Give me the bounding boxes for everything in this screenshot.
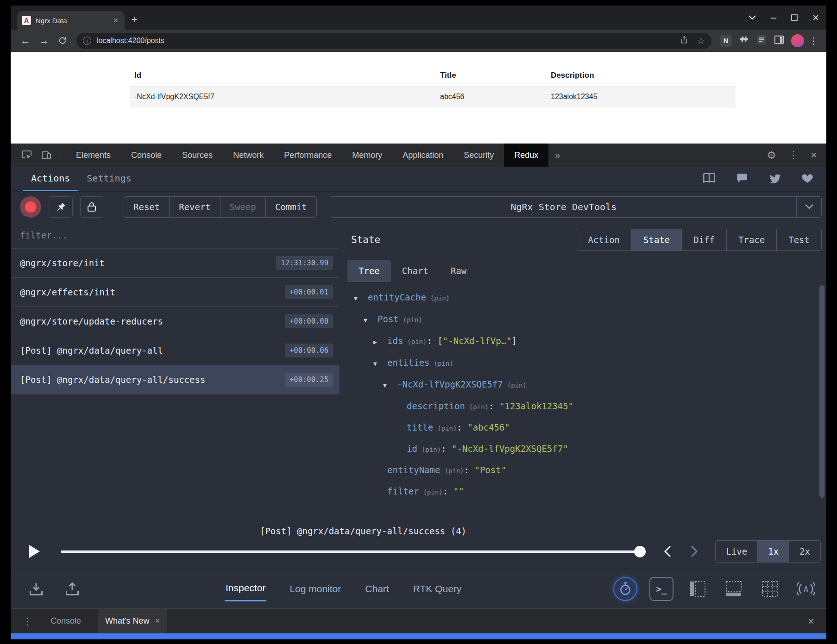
- tree-node[interactable]: entityName(pin): "Post": [347, 460, 815, 481]
- devtools-tab-application[interactable]: Application: [392, 144, 453, 167]
- view-tab-tree[interactable]: Tree: [347, 260, 391, 282]
- feedback-bubble-icon[interactable]: [736, 173, 748, 186]
- redux-nav-tab-actions[interactable]: Actions: [23, 167, 78, 191]
- profile-avatar[interactable]: [791, 34, 804, 47]
- pin-button[interactable]: [50, 196, 73, 218]
- devtools-tab-redux[interactable]: Redux: [504, 144, 548, 167]
- speed-button-live[interactable]: Live: [715, 540, 758, 563]
- url-text[interactable]: localhost:4200/posts: [97, 37, 164, 45]
- devtools-tab-network[interactable]: Network: [223, 144, 274, 167]
- record-button[interactable]: [20, 196, 41, 218]
- table-row[interactable]: -NcXd-lfVpgK2XSQE5f7abc456123alok12345: [130, 86, 736, 107]
- tree-node[interactable]: description(pin): "123alok12345": [347, 396, 815, 417]
- devtools-tab-sources[interactable]: Sources: [172, 144, 223, 167]
- script-extension-icon[interactable]: [756, 34, 767, 47]
- mode-tab-action[interactable]: Action: [576, 229, 632, 251]
- inspect-element-icon[interactable]: [17, 145, 37, 165]
- action-list-item[interactable]: @ngrx/store/update-reducers+00:00.00: [11, 307, 340, 336]
- devtools-tab-performance[interactable]: Performance: [274, 144, 342, 167]
- side-panel-icon[interactable]: [774, 35, 784, 47]
- mode-tab-state[interactable]: State: [631, 229, 682, 251]
- step-back-button[interactable]: [661, 545, 674, 557]
- action-list-item[interactable]: [Post] @ngrx/data/query-all+00:00.06: [11, 336, 340, 365]
- reload-button[interactable]: [53, 31, 72, 50]
- drawer-tab-close-icon[interactable]: ×: [155, 616, 160, 626]
- action-filter-input[interactable]: [11, 222, 340, 249]
- layout-dock-button[interactable]: [722, 577, 746, 601]
- close-window-button[interactable]: ×: [812, 11, 819, 24]
- tab-search-icon[interactable]: [749, 15, 756, 20]
- layout-grid-button[interactable]: [758, 577, 782, 601]
- step-forward-button[interactable]: [687, 545, 701, 557]
- tree-scrollbar-thumb[interactable]: [819, 285, 824, 498]
- device-toolbar-icon[interactable]: [37, 145, 56, 165]
- speed-button-1x[interactable]: 1x: [757, 540, 789, 563]
- bookmark-star-icon[interactable]: ☆: [697, 35, 705, 46]
- dispatcher-terminal-button[interactable]: >_: [649, 577, 673, 601]
- drawer-close-icon[interactable]: ×: [808, 615, 826, 628]
- export-button[interactable]: [60, 577, 85, 600]
- tree-node[interactable]: filter(pin): "": [347, 481, 815, 502]
- mode-tab-test[interactable]: Test: [776, 229, 822, 251]
- ngrx-extension-icon[interactable]: N: [720, 35, 732, 47]
- browser-tab[interactable]: A Ngrx Data ×: [17, 11, 125, 30]
- devtools-tab-memory[interactable]: Memory: [342, 144, 392, 167]
- tree-node[interactable]: title(pin): "abc456": [347, 417, 815, 438]
- import-button[interactable]: [24, 577, 49, 600]
- monitor-tab-chart[interactable]: Chart: [364, 577, 390, 601]
- tab-close-icon[interactable]: ×: [111, 16, 120, 25]
- drawer-menu-kebab-icon[interactable]: ⋮: [11, 616, 40, 627]
- speed-button-2x[interactable]: 2x: [789, 540, 821, 563]
- play-button[interactable]: [24, 541, 45, 562]
- tree-node[interactable]: ▶ids(pin): ["-NcXd-lfVp…"]: [347, 331, 815, 352]
- instance-select[interactable]: NgRx Store DevTools: [331, 196, 822, 218]
- sweep-button[interactable]: Sweep: [220, 196, 266, 218]
- tree-node[interactable]: ▼entities(pin): [347, 352, 815, 374]
- action-list-item[interactable]: @ngrx/effects/init+00:00.01: [11, 278, 340, 307]
- drawer-tab-what-s-new[interactable]: What's New×: [98, 609, 167, 633]
- devtools-tab-console[interactable]: Console: [121, 144, 172, 167]
- site-info-icon[interactable]: i: [83, 37, 91, 45]
- minimize-button[interactable]: –: [771, 12, 776, 24]
- sponsor-heart-icon[interactable]: [801, 173, 813, 186]
- devtools-menu-kebab-icon[interactable]: ⋮: [788, 149, 799, 161]
- mode-tab-trace[interactable]: Trace: [726, 229, 777, 251]
- monitor-tab-log-monitor[interactable]: Log monitor: [289, 577, 342, 601]
- tree-node[interactable]: ▼entityCache(pin): [347, 287, 815, 309]
- devtools-close-icon[interactable]: ×: [811, 149, 817, 162]
- player-slider-handle[interactable]: [634, 546, 646, 557]
- devtools-tab-elements[interactable]: Elements: [66, 144, 121, 167]
- tree-node[interactable]: ▼-NcXd-lfVpgK2XSQE5f7(pin): [347, 374, 815, 396]
- view-tab-raw[interactable]: Raw: [440, 260, 478, 282]
- redux-nav-tab-settings[interactable]: Settings: [78, 167, 139, 191]
- twitter-bird-icon[interactable]: [768, 173, 781, 186]
- player-slider[interactable]: [61, 550, 644, 553]
- view-tab-chart[interactable]: Chart: [391, 260, 440, 282]
- tree-node[interactable]: ▼Post(pin): [347, 309, 815, 331]
- forward-button[interactable]: →: [35, 31, 53, 50]
- action-list-item[interactable]: @ngrx/store/init12:31:30.99: [11, 249, 340, 278]
- tree-node[interactable]: id(pin): "-NcXd-lfVpgK2XSQE5f7": [347, 438, 815, 460]
- commit-button[interactable]: Commit: [265, 196, 317, 218]
- monitor-tab-inspector[interactable]: Inspector: [225, 576, 266, 601]
- drawer-tab-console[interactable]: Console: [40, 616, 91, 626]
- share-icon[interactable]: [680, 36, 688, 46]
- maximize-button[interactable]: [791, 14, 798, 21]
- back-button[interactable]: ←: [16, 31, 35, 50]
- browser-menu-icon[interactable]: ⋮: [806, 35, 821, 46]
- new-tab-button[interactable]: +: [131, 13, 138, 26]
- address-bar[interactable]: i localhost:4200/posts ☆: [76, 33, 711, 49]
- more-tabs-icon[interactable]: »: [548, 150, 566, 161]
- reset-button[interactable]: Reset: [124, 196, 170, 218]
- persist-stopwatch-button[interactable]: [613, 577, 637, 601]
- layout-slider-button[interactable]: [686, 577, 710, 601]
- lock-button[interactable]: [80, 196, 103, 218]
- devtools-settings-gear-icon[interactable]: ⚙: [767, 149, 776, 162]
- docs-book-icon[interactable]: [703, 173, 716, 186]
- autodispatch-button[interactable]: A: [794, 577, 818, 601]
- devtools-tab-security[interactable]: Security: [453, 144, 504, 167]
- action-list-item[interactable]: [Post] @ngrx/data/query-all/success+00:0…: [11, 365, 340, 394]
- tree-scrollbar[interactable]: [819, 285, 824, 519]
- revert-button[interactable]: Revert: [169, 196, 220, 218]
- mode-tab-diff[interactable]: Diff: [681, 229, 727, 251]
